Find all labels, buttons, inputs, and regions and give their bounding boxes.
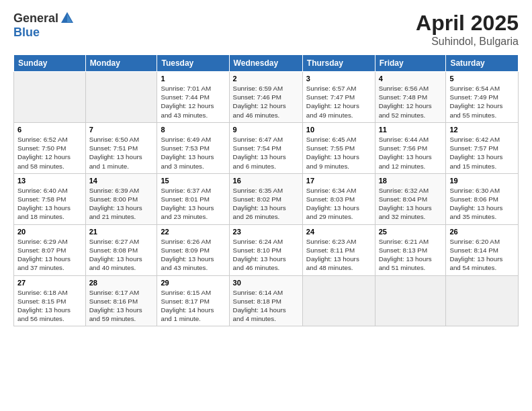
calendar-cell: 28Sunrise: 6:17 AM Sunset: 8:16 PM Dayli… — [85, 275, 157, 326]
day-info: Sunrise: 6:14 AM Sunset: 8:18 PM Dayligh… — [233, 288, 299, 324]
calendar-cell: 1Sunrise: 7:01 AM Sunset: 7:44 PM Daylig… — [157, 72, 229, 123]
day-number: 19 — [449, 177, 515, 185]
calendar-cell: 14Sunrise: 6:39 AM Sunset: 8:00 PM Dayli… — [85, 173, 157, 224]
day-info: Sunrise: 6:34 AM Sunset: 8:03 PM Dayligh… — [306, 186, 371, 222]
calendar-cell — [375, 275, 446, 326]
day-info: Sunrise: 6:45 AM Sunset: 7:55 PM Dayligh… — [306, 135, 371, 171]
calendar-cell: 17Sunrise: 6:34 AM Sunset: 8:03 PM Dayli… — [302, 173, 375, 224]
day-info: Sunrise: 6:52 AM Sunset: 7:50 PM Dayligh… — [17, 135, 82, 171]
calendar-cell: 10Sunrise: 6:45 AM Sunset: 7:55 PM Dayli… — [302, 122, 375, 173]
col-header-friday: Friday — [375, 55, 446, 72]
day-number: 30 — [233, 279, 299, 287]
calendar-cell: 20Sunrise: 6:29 AM Sunset: 8:07 PM Dayli… — [14, 224, 86, 275]
day-info: Sunrise: 6:26 AM Sunset: 8:09 PM Dayligh… — [161, 237, 225, 273]
day-number: 14 — [89, 177, 154, 185]
col-header-thursday: Thursday — [302, 55, 375, 72]
calendar-row: 27Sunrise: 6:18 AM Sunset: 8:15 PM Dayli… — [14, 275, 519, 326]
calendar-cell: 5Sunrise: 6:54 AM Sunset: 7:49 PM Daylig… — [446, 72, 519, 123]
day-info: Sunrise: 6:49 AM Sunset: 7:53 PM Dayligh… — [161, 135, 225, 171]
day-number: 16 — [233, 177, 299, 185]
day-info: Sunrise: 6:40 AM Sunset: 7:58 PM Dayligh… — [17, 186, 82, 222]
logo: General Blue — [13, 11, 76, 40]
calendar-cell: 15Sunrise: 6:37 AM Sunset: 8:01 PM Dayli… — [157, 173, 229, 224]
calendar-cell: 26Sunrise: 6:20 AM Sunset: 8:14 PM Dayli… — [446, 224, 519, 275]
calendar-cell: 3Sunrise: 6:57 AM Sunset: 7:47 PM Daylig… — [302, 72, 375, 123]
col-header-tuesday: Tuesday — [157, 55, 229, 72]
calendar-row: 20Sunrise: 6:29 AM Sunset: 8:07 PM Dayli… — [14, 224, 519, 275]
day-number: 5 — [449, 75, 515, 83]
day-info: Sunrise: 6:50 AM Sunset: 7:51 PM Dayligh… — [89, 135, 154, 171]
calendar-location: Suhindol, Bulgaria — [416, 36, 519, 48]
page-header: General Blue April 2025 Suhindol, Bulgar… — [13, 11, 519, 48]
col-header-saturday: Saturday — [446, 55, 519, 72]
calendar-cell: 23Sunrise: 6:24 AM Sunset: 8:10 PM Dayli… — [229, 224, 302, 275]
day-info: Sunrise: 6:44 AM Sunset: 7:56 PM Dayligh… — [379, 135, 443, 171]
day-number: 1 — [161, 75, 225, 83]
calendar-cell — [446, 275, 519, 326]
calendar-table: SundayMondayTuesdayWednesdayThursdayFrid… — [13, 54, 519, 326]
day-info: Sunrise: 6:21 AM Sunset: 8:13 PM Dayligh… — [379, 237, 443, 273]
day-number: 15 — [161, 177, 225, 185]
day-number: 9 — [233, 126, 299, 134]
day-info: Sunrise: 6:42 AM Sunset: 7:57 PM Dayligh… — [449, 135, 515, 171]
col-header-wednesday: Wednesday — [229, 55, 302, 72]
calendar-cell: 12Sunrise: 6:42 AM Sunset: 7:57 PM Dayli… — [446, 122, 519, 173]
day-number: 22 — [161, 228, 225, 236]
calendar-cell: 25Sunrise: 6:21 AM Sunset: 8:13 PM Dayli… — [375, 224, 446, 275]
day-info: Sunrise: 6:39 AM Sunset: 8:00 PM Dayligh… — [89, 186, 154, 222]
calendar-cell: 6Sunrise: 6:52 AM Sunset: 7:50 PM Daylig… — [14, 122, 86, 173]
calendar-cell: 8Sunrise: 6:49 AM Sunset: 7:53 PM Daylig… — [157, 122, 229, 173]
day-number: 6 — [17, 126, 82, 134]
calendar-row: 6Sunrise: 6:52 AM Sunset: 7:50 PM Daylig… — [14, 122, 519, 173]
day-info: Sunrise: 6:30 AM Sunset: 8:06 PM Dayligh… — [449, 186, 515, 222]
day-info: Sunrise: 6:35 AM Sunset: 8:02 PM Dayligh… — [233, 186, 299, 222]
day-number: 18 — [379, 177, 443, 185]
calendar-row: 13Sunrise: 6:40 AM Sunset: 7:58 PM Dayli… — [14, 173, 519, 224]
day-info: Sunrise: 6:56 AM Sunset: 7:48 PM Dayligh… — [379, 84, 443, 120]
day-number: 10 — [306, 126, 371, 134]
calendar-cell: 4Sunrise: 6:56 AM Sunset: 7:48 PM Daylig… — [375, 72, 446, 123]
day-number: 11 — [379, 126, 443, 134]
day-info: Sunrise: 6:59 AM Sunset: 7:46 PM Dayligh… — [233, 84, 299, 120]
calendar-cell: 16Sunrise: 6:35 AM Sunset: 8:02 PM Dayli… — [229, 173, 302, 224]
day-info: Sunrise: 6:57 AM Sunset: 7:47 PM Dayligh… — [306, 84, 371, 120]
day-info: Sunrise: 6:20 AM Sunset: 8:14 PM Dayligh… — [449, 237, 515, 273]
logo-icon — [60, 11, 75, 26]
calendar-cell: 13Sunrise: 6:40 AM Sunset: 7:58 PM Dayli… — [14, 173, 86, 224]
logo-blue: Blue — [13, 26, 40, 39]
day-number: 17 — [306, 177, 371, 185]
day-number: 12 — [449, 126, 515, 134]
calendar-header-row: SundayMondayTuesdayWednesdayThursdayFrid… — [14, 55, 519, 72]
day-info: Sunrise: 6:47 AM Sunset: 7:54 PM Dayligh… — [233, 135, 299, 171]
calendar-row: 1Sunrise: 7:01 AM Sunset: 7:44 PM Daylig… — [14, 72, 519, 123]
calendar-cell — [85, 72, 157, 123]
title-area: April 2025 Suhindol, Bulgaria — [416, 11, 519, 48]
day-number: 28 — [89, 279, 154, 287]
day-number: 26 — [449, 228, 515, 236]
calendar-cell: 11Sunrise: 6:44 AM Sunset: 7:56 PM Dayli… — [375, 122, 446, 173]
day-number: 21 — [89, 228, 154, 236]
calendar-cell: 21Sunrise: 6:27 AM Sunset: 8:08 PM Dayli… — [85, 224, 157, 275]
day-number: 13 — [17, 177, 82, 185]
day-info: Sunrise: 7:01 AM Sunset: 7:44 PM Dayligh… — [161, 84, 225, 120]
day-info: Sunrise: 6:17 AM Sunset: 8:16 PM Dayligh… — [89, 288, 154, 324]
day-info: Sunrise: 6:32 AM Sunset: 8:04 PM Dayligh… — [379, 186, 443, 222]
day-number: 29 — [161, 279, 225, 287]
day-number: 25 — [379, 228, 443, 236]
calendar-cell: 27Sunrise: 6:18 AM Sunset: 8:15 PM Dayli… — [14, 275, 86, 326]
day-info: Sunrise: 6:24 AM Sunset: 8:10 PM Dayligh… — [233, 237, 299, 273]
col-header-monday: Monday — [85, 55, 157, 72]
day-number: 24 — [306, 228, 371, 236]
calendar-cell: 24Sunrise: 6:23 AM Sunset: 8:11 PM Dayli… — [302, 224, 375, 275]
calendar-cell: 2Sunrise: 6:59 AM Sunset: 7:46 PM Daylig… — [229, 72, 302, 123]
day-number: 20 — [17, 228, 82, 236]
day-info: Sunrise: 6:18 AM Sunset: 8:15 PM Dayligh… — [17, 288, 82, 324]
calendar-cell: 22Sunrise: 6:26 AM Sunset: 8:09 PM Dayli… — [157, 224, 229, 275]
day-number: 4 — [379, 75, 443, 83]
calendar-cell: 30Sunrise: 6:14 AM Sunset: 8:18 PM Dayli… — [229, 275, 302, 326]
day-number: 27 — [17, 279, 82, 287]
calendar-cell: 19Sunrise: 6:30 AM Sunset: 8:06 PM Dayli… — [446, 173, 519, 224]
day-info: Sunrise: 6:29 AM Sunset: 8:07 PM Dayligh… — [17, 237, 82, 273]
logo-general: General — [13, 11, 58, 26]
calendar-cell: 9Sunrise: 6:47 AM Sunset: 7:54 PM Daylig… — [229, 122, 302, 173]
